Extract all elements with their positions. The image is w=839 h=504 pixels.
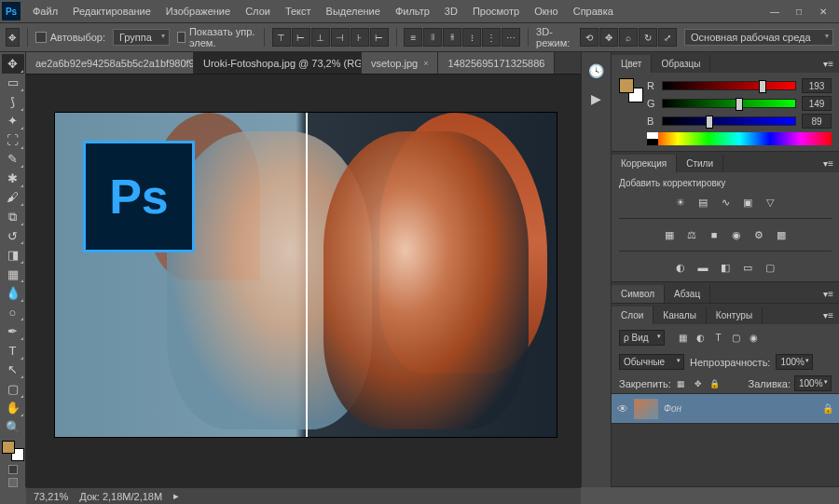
visibility-toggle[interactable]: 👁 — [617, 402, 628, 415]
align-top-icon[interactable]: ⊤ — [272, 28, 291, 47]
color-panel-swatches[interactable] — [619, 78, 643, 102]
quickmask-toggle[interactable] — [2, 465, 24, 474]
lut-icon[interactable]: ▩ — [772, 226, 791, 243]
align-left-icon[interactable]: ⊣ — [331, 28, 350, 47]
align-vcenter-icon[interactable]: ⊢ — [292, 28, 310, 47]
3d-rotate-icon[interactable]: ↻ — [639, 28, 657, 47]
autoselect-checkbox[interactable]: Автовыбор: — [35, 32, 105, 43]
dist-5-icon[interactable]: ⋮ — [482, 28, 501, 47]
menu-3d[interactable]: 3D — [438, 3, 464, 20]
vibrance-icon[interactable]: ▽ — [761, 194, 779, 211]
crop-tool[interactable]: ⛶ — [2, 130, 24, 150]
shape-tool[interactable]: ▢ — [2, 379, 24, 399]
filter-shape-icon[interactable]: ▢ — [729, 330, 744, 345]
bw-icon[interactable]: ■ — [705, 226, 723, 243]
fill-input[interactable]: 100% — [794, 375, 832, 391]
channels-tab[interactable]: Каналы — [653, 306, 707, 324]
menu-file[interactable]: Файл — [26, 3, 64, 20]
minimize-button[interactable]: — — [768, 5, 781, 18]
threshold-icon[interactable]: ◧ — [716, 259, 735, 276]
color-swatches[interactable] — [2, 441, 24, 461]
history-brush-tool[interactable]: ↺ — [2, 226, 24, 246]
menu-select[interactable]: Выделение — [320, 3, 387, 20]
doc-tab-2[interactable]: vsetop.jpg× — [362, 52, 438, 74]
heal-tool[interactable]: ✱ — [2, 169, 24, 188]
foreground-swatch[interactable] — [2, 441, 15, 454]
char-panel-menu[interactable]: ▾≡ — [818, 285, 839, 303]
levels-icon[interactable]: ▤ — [694, 194, 712, 211]
maximize-button[interactable]: □ — [792, 5, 805, 18]
brightness-icon[interactable]: ☀ — [671, 194, 690, 211]
doc-tab-0[interactable]: ae2a6b92e94258a5b5c2a1bf980f9fcb.jpg× — [26, 52, 194, 74]
curves-icon[interactable]: ∿ — [716, 194, 735, 211]
doc-tab-3[interactable]: 14825695171325886 — [438, 52, 555, 74]
adj-panel-menu[interactable]: ▾≡ — [818, 155, 839, 172]
styles-tab[interactable]: Стили — [677, 155, 723, 172]
gradient-tool[interactable]: ▦ — [2, 265, 24, 284]
pen-tool[interactable]: ✒ — [2, 321, 24, 341]
dist-4-icon[interactable]: ⫶ — [462, 28, 481, 47]
dodge-tool[interactable]: ○ — [2, 303, 24, 322]
lock-pixels-icon[interactable]: ▦ — [675, 377, 688, 390]
3d-scale-icon[interactable]: ⤢ — [658, 28, 677, 47]
dist-6-icon[interactable]: ⋯ — [502, 28, 520, 47]
menu-text[interactable]: Текст — [279, 3, 318, 20]
doc-size[interactable]: Док: 2,18M/2,18M — [79, 491, 162, 502]
paragraph-tab[interactable]: Абзац — [665, 285, 710, 303]
b-slider[interactable] — [662, 116, 796, 126]
filter-type-icon[interactable]: T — [711, 330, 726, 345]
dist-2-icon[interactable]: ⫴ — [423, 28, 442, 47]
swatches-tab[interactable]: Образцы — [652, 55, 710, 73]
selective-icon[interactable]: ▢ — [761, 259, 779, 276]
hue-icon[interactable]: ▦ — [660, 226, 679, 243]
menu-view[interactable]: Просмотр — [466, 3, 526, 20]
lock-all-icon[interactable]: 🔒 — [708, 377, 722, 390]
3d-zoom-icon[interactable]: ⌕ — [619, 28, 638, 47]
mixer-icon[interactable]: ⚙ — [750, 226, 768, 243]
workspace-dropdown[interactable]: Основная рабочая среда — [684, 29, 833, 46]
spectrum-picker[interactable] — [647, 132, 832, 145]
brush-tool[interactable]: 🖌 — [2, 188, 24, 208]
wand-tool[interactable]: ✦ — [2, 112, 24, 131]
align-right-icon[interactable]: ⊢ — [370, 28, 389, 47]
r-slider[interactable] — [662, 81, 796, 90]
menu-help[interactable]: Справка — [567, 3, 620, 20]
filter-smart-icon[interactable]: ◉ — [747, 330, 762, 345]
move-tool-icon[interactable]: ✥ — [6, 28, 20, 47]
layer-thumbnail[interactable] — [634, 399, 658, 419]
3d-orbit-icon[interactable]: ⟲ — [580, 28, 598, 47]
menu-window[interactable]: Окно — [528, 3, 565, 20]
lasso-tool[interactable]: ⟆ — [2, 92, 24, 112]
character-tab[interactable]: Символ — [612, 285, 665, 303]
menu-image[interactable]: Изображение — [159, 3, 237, 20]
status-arrow-icon[interactable]: ▸ — [173, 490, 179, 502]
doc-tab-2-close[interactable]: × — [423, 59, 428, 68]
photo-filter-icon[interactable]: ◉ — [727, 226, 746, 243]
balance-icon[interactable]: ⚖ — [682, 226, 701, 243]
stamp-tool[interactable]: ⧉ — [2, 207, 24, 226]
opacity-input[interactable]: 100% — [776, 354, 813, 370]
history-panel-icon[interactable]: 🕓 — [585, 60, 608, 82]
layers-tab[interactable]: Слои — [612, 306, 653, 324]
b-input[interactable] — [802, 114, 832, 129]
marquee-tool[interactable]: ▭ — [2, 74, 24, 93]
dist-1-icon[interactable]: ≡ — [404, 28, 422, 47]
gradient-map-icon[interactable]: ▭ — [738, 259, 757, 276]
menu-filter[interactable]: Фильтр — [389, 3, 436, 20]
layers-panel-menu[interactable]: ▾≡ — [818, 306, 839, 324]
invert-icon[interactable]: ◐ — [671, 259, 690, 276]
3d-pan-icon[interactable]: ✥ — [599, 28, 618, 47]
exposure-icon[interactable]: ▣ — [738, 194, 757, 211]
autoselect-dropdown[interactable]: Группа — [113, 29, 170, 46]
align-bottom-icon[interactable]: ⊥ — [311, 28, 330, 47]
blur-tool[interactable]: 💧 — [2, 283, 24, 303]
path-tool[interactable]: ↖ — [2, 361, 24, 380]
screenmode-toggle[interactable] — [2, 478, 24, 487]
close-button[interactable]: ✕ — [817, 5, 830, 18]
zoom-level[interactable]: 73,21% — [34, 491, 68, 502]
eraser-tool[interactable]: ◨ — [2, 245, 24, 265]
posterize-icon[interactable]: ▬ — [694, 259, 712, 276]
paths-tab[interactable]: Контуры — [707, 306, 763, 324]
layer-filter-dropdown[interactable]: ρ Вид — [619, 330, 665, 346]
show-controls-checkbox[interactable]: Показать упр. элем. — [177, 26, 256, 48]
